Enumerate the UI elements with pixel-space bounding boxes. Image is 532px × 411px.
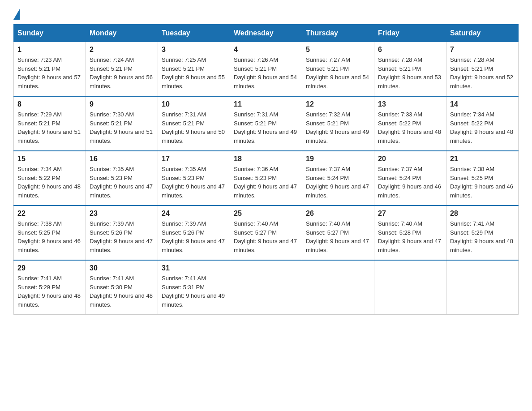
day-number: 21 — [450, 155, 515, 163]
day-number: 12 — [306, 100, 370, 108]
day-number: 4 — [234, 46, 298, 54]
calendar-cell — [302, 260, 374, 315]
calendar-week-row: 29Sunrise: 7:41 AMSunset: 5:29 PMDayligh… — [14, 260, 519, 315]
calendar-week-row: 15Sunrise: 7:34 AMSunset: 5:22 PMDayligh… — [14, 151, 519, 206]
day-header-wednesday: Wednesday — [230, 25, 302, 42]
calendar-cell — [230, 260, 302, 315]
day-info: Sunrise: 7:32 AMSunset: 5:21 PMDaylight:… — [306, 110, 370, 145]
day-info: Sunrise: 7:31 AMSunset: 5:21 PMDaylight:… — [234, 110, 298, 145]
day-number: 9 — [90, 100, 154, 108]
day-info: Sunrise: 7:28 AMSunset: 5:21 PMDaylight:… — [450, 56, 515, 90]
calendar-cell: 19Sunrise: 7:37 AMSunset: 5:24 PMDayligh… — [302, 151, 374, 206]
calendar-cell: 29Sunrise: 7:41 AMSunset: 5:29 PMDayligh… — [14, 260, 86, 315]
calendar-cell: 15Sunrise: 7:34 AMSunset: 5:22 PMDayligh… — [14, 151, 86, 206]
day-number: 31 — [162, 264, 226, 272]
day-number: 27 — [378, 210, 442, 218]
day-info: Sunrise: 7:41 AMSunset: 5:29 PMDaylight:… — [450, 219, 515, 254]
calendar-cell: 30Sunrise: 7:41 AMSunset: 5:30 PMDayligh… — [86, 260, 158, 315]
calendar-cell — [374, 260, 446, 315]
day-number: 3 — [162, 46, 226, 54]
day-number: 7 — [450, 46, 515, 54]
day-info: Sunrise: 7:39 AMSunset: 5:26 PMDaylight:… — [162, 219, 226, 254]
day-info: Sunrise: 7:25 AMSunset: 5:21 PMDaylight:… — [162, 56, 226, 90]
calendar-cell: 13Sunrise: 7:33 AMSunset: 5:22 PMDayligh… — [374, 96, 446, 151]
day-number: 19 — [306, 155, 370, 163]
calendar-cell: 24Sunrise: 7:39 AMSunset: 5:26 PMDayligh… — [158, 206, 230, 260]
day-number: 23 — [90, 210, 154, 218]
calendar-cell: 25Sunrise: 7:40 AMSunset: 5:27 PMDayligh… — [230, 206, 302, 260]
day-header-saturday: Saturday — [446, 25, 519, 42]
day-info: Sunrise: 7:35 AMSunset: 5:23 PMDaylight:… — [90, 165, 154, 200]
day-info: Sunrise: 7:37 AMSunset: 5:24 PMDaylight:… — [378, 165, 442, 200]
logo-triangle-icon — [13, 9, 20, 20]
day-info: Sunrise: 7:41 AMSunset: 5:30 PMDaylight:… — [90, 274, 154, 309]
calendar-cell: 21Sunrise: 7:38 AMSunset: 5:25 PMDayligh… — [446, 151, 519, 206]
calendar-cell: 23Sunrise: 7:39 AMSunset: 5:26 PMDayligh… — [86, 206, 158, 260]
day-number: 22 — [17, 210, 82, 218]
day-number: 16 — [90, 155, 154, 163]
calendar-cell: 27Sunrise: 7:40 AMSunset: 5:28 PMDayligh… — [374, 206, 446, 260]
day-number: 17 — [162, 155, 226, 163]
day-number: 30 — [90, 264, 154, 272]
page-header — [13, 9, 519, 20]
day-info: Sunrise: 7:34 AMSunset: 5:22 PMDaylight:… — [17, 165, 82, 200]
day-number: 13 — [378, 100, 442, 108]
day-info: Sunrise: 7:40 AMSunset: 5:28 PMDaylight:… — [378, 219, 442, 254]
day-header-thursday: Thursday — [302, 25, 374, 42]
day-header-tuesday: Tuesday — [158, 25, 230, 42]
calendar-week-row: 8Sunrise: 7:29 AMSunset: 5:21 PMDaylight… — [14, 96, 519, 151]
calendar-cell: 8Sunrise: 7:29 AMSunset: 5:21 PMDaylight… — [14, 96, 86, 151]
day-number: 6 — [378, 46, 442, 54]
calendar-cell: 22Sunrise: 7:38 AMSunset: 5:25 PMDayligh… — [14, 206, 86, 260]
day-number: 5 — [306, 46, 370, 54]
logo — [13, 9, 21, 20]
calendar-cell: 16Sunrise: 7:35 AMSunset: 5:23 PMDayligh… — [86, 151, 158, 206]
day-number: 11 — [234, 100, 298, 108]
calendar-cell: 9Sunrise: 7:30 AMSunset: 5:21 PMDaylight… — [86, 96, 158, 151]
day-info: Sunrise: 7:27 AMSunset: 5:21 PMDaylight:… — [306, 56, 370, 90]
calendar-week-row: 22Sunrise: 7:38 AMSunset: 5:25 PMDayligh… — [14, 206, 519, 260]
day-info: Sunrise: 7:33 AMSunset: 5:22 PMDaylight:… — [378, 110, 442, 145]
calendar-week-row: 1Sunrise: 7:23 AMSunset: 5:21 PMDaylight… — [14, 42, 519, 97]
day-info: Sunrise: 7:37 AMSunset: 5:24 PMDaylight:… — [306, 165, 370, 200]
calendar-cell: 3Sunrise: 7:25 AMSunset: 5:21 PMDaylight… — [158, 42, 230, 97]
day-info: Sunrise: 7:23 AMSunset: 5:21 PMDaylight:… — [17, 56, 82, 90]
calendar-cell: 2Sunrise: 7:24 AMSunset: 5:21 PMDaylight… — [86, 42, 158, 97]
day-number: 24 — [162, 210, 226, 218]
calendar-cell: 11Sunrise: 7:31 AMSunset: 5:21 PMDayligh… — [230, 96, 302, 151]
day-number: 25 — [234, 210, 298, 218]
day-info: Sunrise: 7:41 AMSunset: 5:29 PMDaylight:… — [17, 274, 82, 309]
day-number: 20 — [378, 155, 442, 163]
day-number: 26 — [306, 210, 370, 218]
calendar-cell: 20Sunrise: 7:37 AMSunset: 5:24 PMDayligh… — [374, 151, 446, 206]
day-header-friday: Friday — [374, 25, 446, 42]
day-info: Sunrise: 7:30 AMSunset: 5:21 PMDaylight:… — [90, 110, 154, 145]
day-number: 10 — [162, 100, 226, 108]
calendar-cell: 18Sunrise: 7:36 AMSunset: 5:23 PMDayligh… — [230, 151, 302, 206]
day-number: 2 — [90, 46, 154, 54]
day-number: 28 — [450, 210, 515, 218]
day-header-monday: Monday — [86, 25, 158, 42]
day-info: Sunrise: 7:35 AMSunset: 5:23 PMDaylight:… — [162, 165, 226, 200]
calendar-cell: 26Sunrise: 7:40 AMSunset: 5:27 PMDayligh… — [302, 206, 374, 260]
day-info: Sunrise: 7:40 AMSunset: 5:27 PMDaylight:… — [234, 219, 298, 254]
calendar-cell: 28Sunrise: 7:41 AMSunset: 5:29 PMDayligh… — [446, 206, 519, 260]
calendar-cell: 10Sunrise: 7:31 AMSunset: 5:21 PMDayligh… — [158, 96, 230, 151]
calendar-cell: 1Sunrise: 7:23 AMSunset: 5:21 PMDaylight… — [14, 42, 86, 97]
calendar-cell: 4Sunrise: 7:26 AMSunset: 5:21 PMDaylight… — [230, 42, 302, 97]
day-number: 15 — [17, 155, 82, 163]
day-number: 29 — [17, 264, 82, 272]
day-number: 8 — [17, 100, 82, 108]
day-number: 18 — [234, 155, 298, 163]
day-info: Sunrise: 7:24 AMSunset: 5:21 PMDaylight:… — [90, 56, 154, 90]
calendar-cell: 14Sunrise: 7:34 AMSunset: 5:22 PMDayligh… — [446, 96, 519, 151]
calendar-header-row: SundayMondayTuesdayWednesdayThursdayFrid… — [14, 25, 519, 42]
day-info: Sunrise: 7:39 AMSunset: 5:26 PMDaylight:… — [90, 219, 154, 254]
day-info: Sunrise: 7:34 AMSunset: 5:22 PMDaylight:… — [450, 110, 515, 145]
calendar-cell: 17Sunrise: 7:35 AMSunset: 5:23 PMDayligh… — [158, 151, 230, 206]
day-header-sunday: Sunday — [14, 25, 86, 42]
calendar-cell: 31Sunrise: 7:41 AMSunset: 5:31 PMDayligh… — [158, 260, 230, 315]
day-info: Sunrise: 7:31 AMSunset: 5:21 PMDaylight:… — [162, 110, 226, 145]
day-number: 1 — [17, 46, 82, 54]
day-info: Sunrise: 7:26 AMSunset: 5:21 PMDaylight:… — [234, 56, 298, 90]
